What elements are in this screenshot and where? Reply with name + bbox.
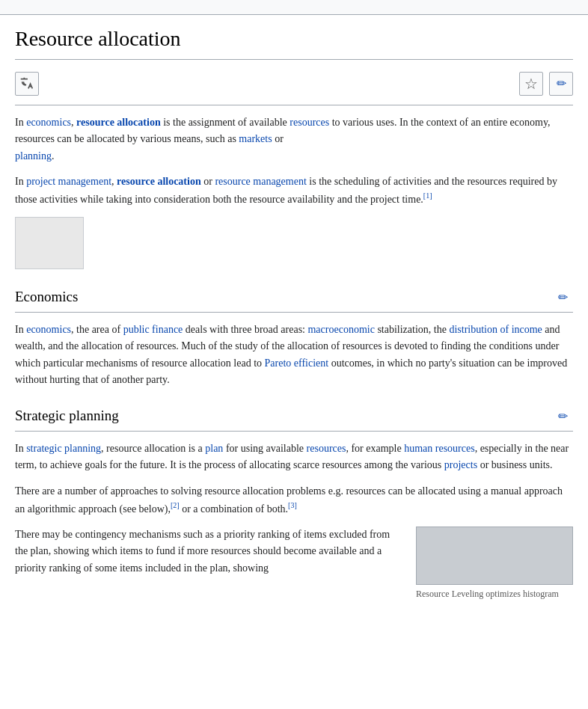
link-planning[interactable]: planning [15,150,52,162]
pencil-icon [557,73,566,94]
ref-2[interactable]: [2] [171,501,180,509]
economics-pencil-icon [558,288,568,307]
link-markets[interactable]: markets [239,133,272,144]
strategic-planning-edit-button[interactable] [552,406,573,427]
icon-bar [15,69,573,105]
intro-paragraph-1: In economics, resource allocation is the… [15,114,573,165]
link-resources-1[interactable]: resources [290,117,329,128]
strategic-planning-section-title: Strategic planning [15,405,119,427]
economics-section-title: Economics [15,286,78,308]
economics-edit-button[interactable] [552,287,573,308]
resource-leveling-image-box: Resource Leveling optimizes histogram [416,527,573,601]
link-economics-1[interactable]: economics [26,117,71,128]
strategic-planning-paragraph-2: There are a number of approaches to solv… [15,483,573,518]
link-economics-2[interactable]: economics [26,324,71,335]
link-resource-allocation-1[interactable]: resource allocation [76,117,161,128]
strategic-planning-paragraph-1: In strategic planning, resource allocati… [15,441,573,474]
strategic-planning-paragraph-3: There may be contingency mechanisms such… [15,527,404,577]
strategic-planning-paragraph-3-container: There may be contingency mechanisms such… [15,527,404,601]
link-resources-2[interactable]: resources [307,443,346,454]
economics-section-header: Economics [15,281,573,312]
bottom-image-container: There may be contingency mechanisms such… [15,527,573,601]
strategic-planning-pencil-icon [558,407,568,426]
link-strategic-planning[interactable]: strategic planning [26,443,101,454]
ref-3[interactable]: [3] [288,501,297,509]
intro-image [15,217,84,269]
link-resource-allocation-2[interactable]: resource allocation [117,176,201,187]
resource-leveling-image [416,527,573,585]
link-projects[interactable]: projects [444,459,477,470]
strategic-planning-section-header: Strategic planning [15,400,573,431]
page-title: Resource allocation [15,22,573,60]
icon-bar-left [15,72,39,96]
ref-1[interactable]: [1] [423,191,432,200]
link-pareto-efficient[interactable]: Pareto efficient [265,357,329,369]
economics-paragraph-1: In economics, the area of public finance… [15,322,573,389]
translate-icon [19,76,35,92]
link-human-resources[interactable]: human resources [404,443,474,454]
watch-button[interactable] [519,72,543,96]
page-container: Resource allocation In economics, resour… [0,15,588,616]
resource-leveling-caption: Resource Leveling optimizes histogram [416,588,573,601]
intro-paragraph-2: In project management, resource allocati… [15,174,573,208]
translate-button[interactable] [15,72,39,96]
link-macroeconomic[interactable]: macroeconomic [307,324,374,335]
link-public-finance[interactable]: public finance [123,324,183,335]
link-plan[interactable]: plan [205,443,223,454]
star-icon [524,72,538,96]
icon-bar-right [519,72,573,96]
link-distribution-of-income[interactable]: distribution of income [449,324,542,335]
link-resource-management[interactable]: resource management [215,176,306,187]
link-project-management[interactable]: project management [26,176,111,187]
edit-button[interactable] [549,72,573,96]
top-bar [0,0,588,15]
